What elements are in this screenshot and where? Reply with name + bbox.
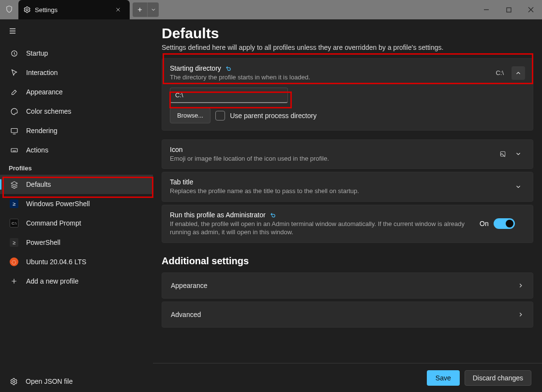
chevron-down-icon[interactable] [512, 147, 525, 161]
chevron-up-icon[interactable] [512, 66, 525, 80]
sidebar-item-powershell[interactable]: ≥ PowerShell [0, 233, 153, 252]
starting-directory-desc: The directory the profile starts in when… [170, 73, 491, 82]
tab-title-desc: Replaces the profile name as the title t… [170, 187, 507, 196]
ubuntu-icon: ◌ [10, 257, 18, 266]
browse-button[interactable]: Browse... [170, 108, 211, 123]
icon-title: Icon [170, 146, 494, 153]
startup-icon [10, 49, 18, 58]
sidebar-item-label: Appearance [26, 88, 63, 96]
keyboard-icon [10, 146, 18, 154]
close-tab-icon[interactable] [115, 7, 123, 13]
image-icon [499, 150, 507, 158]
sidebar-item-rendering[interactable]: Rendering [0, 121, 153, 140]
tab-title: Settings [35, 6, 111, 14]
maximize-button[interactable] [497, 0, 520, 19]
svg-rect-4 [11, 148, 17, 151]
sidebar-item-windows-powershell[interactable]: ≥ Windows PowerShell [0, 194, 153, 213]
sidebar-item-label: Rendering [26, 127, 58, 135]
cursor-icon [10, 68, 18, 77]
layers-icon [10, 180, 18, 189]
appearance-link[interactable]: Appearance [162, 272, 533, 299]
monitor-icon [10, 126, 18, 135]
profiles-section-label: Profiles [0, 160, 153, 175]
main-content: Defaults Settings defined here will appl… [153, 19, 542, 392]
svg-point-0 [26, 9, 28, 11]
tab-title-card: Tab title Replaces the profile name as t… [162, 172, 533, 202]
hamburger-icon[interactable] [3, 22, 22, 40]
starting-directory-input[interactable] [170, 88, 288, 103]
sidebar-item-label: Actions [26, 146, 48, 154]
footer-bar: Save Discard changes [153, 363, 542, 392]
chevron-down-icon[interactable] [512, 180, 525, 194]
close-window-button[interactable] [520, 0, 542, 19]
minimize-button[interactable] [475, 0, 497, 19]
page-title: Defaults [162, 25, 533, 42]
reset-icon[interactable] [225, 65, 232, 72]
sidebar: Startup Interaction Appearance Color sch… [0, 19, 153, 392]
icon-card: Icon Emoji or image file location of the… [162, 139, 533, 169]
sidebar-item-interaction[interactable]: Interaction [0, 63, 153, 82]
gear-icon [10, 377, 18, 386]
tab-title-title: Tab title [170, 178, 507, 186]
sidebar-item-label: Interaction [26, 69, 58, 76]
sidebar-item-defaults[interactable]: Defaults [0, 175, 153, 194]
toggle-state-label: On [480, 220, 489, 227]
sidebar-item-label: PowerShell [26, 239, 60, 246]
run-as-admin-card: Run this profile as Administrator If ena… [162, 205, 533, 243]
open-json-label: Open JSON file [26, 377, 73, 385]
starting-directory-header[interactable]: Starting directory The directory the pro… [162, 59, 533, 88]
brush-icon [10, 88, 18, 96]
active-tab[interactable]: Settings [18, 0, 130, 19]
sidebar-item-label: Color schemes [26, 107, 71, 115]
sidebar-item-label: Add a new profile [26, 277, 78, 285]
sidebar-item-startup[interactable]: Startup [0, 44, 153, 63]
use-parent-checkbox[interactable] [215, 111, 225, 121]
sidebar-item-appearance[interactable]: Appearance [0, 82, 153, 102]
save-button[interactable]: Save [427, 370, 460, 386]
sidebar-item-label: Command Prompt [26, 219, 81, 227]
starting-directory-title: Starting directory [170, 64, 221, 72]
use-parent-label: Use parent process directory [230, 112, 316, 120]
advanced-label: Advanced [171, 311, 517, 318]
svg-point-5 [13, 380, 15, 382]
sidebar-item-ubuntu[interactable]: ◌ Ubuntu 20.04.6 LTS [0, 252, 153, 271]
svg-rect-1 [507, 8, 511, 12]
appearance-label: Appearance [171, 282, 517, 289]
titlebar: Settings [0, 0, 542, 19]
powershell-icon: ≥ [10, 199, 18, 208]
gear-icon [23, 6, 31, 14]
icon-card-header[interactable]: Icon Emoji or image file location of the… [162, 140, 533, 169]
run-as-admin-toggle[interactable] [494, 218, 515, 229]
window-controls [475, 0, 542, 19]
palette-icon [10, 107, 18, 116]
sidebar-item-color-schemes[interactable]: Color schemes [0, 102, 153, 121]
sidebar-item-label: Defaults [26, 181, 51, 188]
sidebar-item-command-prompt[interactable]: C:\ Command Prompt [0, 213, 153, 233]
starting-directory-preview: C:\ [496, 69, 504, 76]
cmd-icon: C:\ [10, 219, 18, 227]
advanced-link[interactable]: Advanced [162, 302, 533, 328]
starting-directory-card: Starting directory The directory the pro… [162, 58, 533, 131]
new-tab-dropdown[interactable] [147, 2, 159, 17]
run-as-admin-header[interactable]: Run this profile as Administrator If ena… [162, 205, 533, 242]
svg-rect-3 [11, 128, 17, 133]
sidebar-item-label: Windows PowerShell [26, 200, 90, 208]
tab-title-header[interactable]: Tab title Replaces the profile name as t… [162, 172, 533, 201]
icon-desc: Emoji or image file location of the icon… [170, 154, 494, 163]
sidebar-item-add-profile[interactable]: Add a new profile [0, 271, 153, 291]
sidebar-item-label: Startup [26, 49, 48, 57]
new-tab-button[interactable] [133, 2, 147, 17]
new-tab-group [133, 2, 159, 17]
discard-button[interactable]: Discard changes [465, 370, 531, 386]
reset-icon[interactable] [270, 211, 276, 218]
run-as-admin-title: Run this profile as Administrator [170, 211, 266, 219]
sidebar-item-actions[interactable]: Actions [0, 140, 153, 160]
chevron-right-icon [517, 282, 524, 289]
plus-icon [10, 277, 18, 286]
open-json-file[interactable]: Open JSON file [0, 371, 153, 392]
run-as-admin-desc: If enabled, the profile will open in an … [170, 220, 475, 237]
sidebar-item-label: Ubuntu 20.04.6 LTS [26, 258, 86, 266]
chevron-right-icon [517, 311, 524, 318]
page-subtitle: Settings defined here will apply to all … [162, 44, 533, 51]
additional-settings-heading: Additional settings [162, 256, 533, 267]
